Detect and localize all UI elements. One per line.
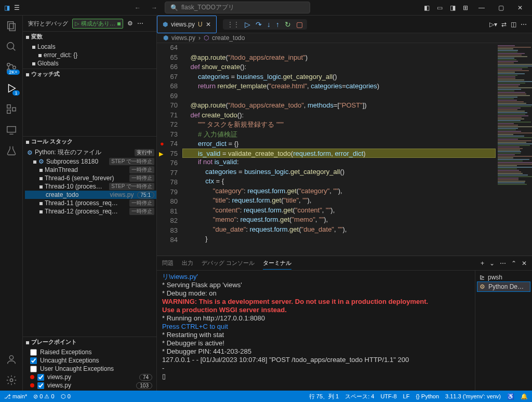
compare-icon[interactable]: ⇄ — [501, 21, 507, 28]
variables-header[interactable]: 変数 — [23, 32, 156, 42]
svg-rect-0 — [7, 22, 13, 29]
tab-output[interactable]: 出力 — [182, 257, 193, 269]
layout-sidebar-left-icon[interactable]: ◧ — [422, 3, 432, 12]
menu-icon[interactable]: ☰ — [14, 4, 20, 11]
settings-icon[interactable] — [5, 374, 18, 386]
callstack-item[interactable]: create_todoviews.py75:1 — [25, 191, 156, 199]
svg-rect-9 — [7, 110, 10, 113]
sidebar: 実行とデバッグ ▷ 構成があり… ⚙ ⋯ 変数 Locals error_dic… — [23, 16, 157, 391]
terminal-more-icon[interactable]: ⋯ — [500, 260, 506, 267]
callstack-item[interactable]: Thread-12 (process_req…一時停止 — [25, 207, 156, 216]
debug-toolbar: ⋮⋮ ▷ ↷ ↓ ↑ ↻ ▢ — [223, 19, 307, 30]
watch-header[interactable]: ウォッチ式 — [23, 69, 156, 79]
status-item[interactable]: UTF-8 — [380, 393, 396, 399]
terminal-close-icon[interactable]: ✕ — [522, 260, 527, 267]
tab-close-icon[interactable]: ✕ — [206, 21, 211, 28]
remote-icon[interactable] — [5, 124, 18, 136]
breakpoints-header[interactable]: ブレークポイント — [23, 337, 156, 347]
step-out-button[interactable]: ↑ — [276, 20, 280, 29]
layout-sidebar-right-icon[interactable]: ◨ — [448, 3, 458, 12]
debug-more-icon[interactable]: ⋯ — [137, 20, 143, 27]
variable-error-dict[interactable]: error_dict: {} — [30, 51, 156, 59]
status-item[interactable]: 🔔 — [521, 393, 528, 400]
restart-button[interactable]: ↻ — [285, 20, 291, 29]
code-editor[interactable]: 6465666768697071727374757677787980818283… — [157, 43, 532, 256]
status-item[interactable]: スペース: 4 — [345, 393, 374, 400]
minimize-button[interactable]: — — [473, 2, 490, 14]
python-file-icon: ⬢ — [163, 21, 168, 28]
callstack-header[interactable]: コール スタック — [23, 137, 156, 146]
new-terminal-icon[interactable]: + — [481, 260, 484, 267]
minimap[interactable] — [496, 43, 532, 256]
breadcrumb[interactable]: ⬢views.py › ⬡create_todo — [157, 33, 532, 43]
search-text: flask_TODOアプリ — [181, 3, 234, 12]
status-item[interactable]: 3.11.3 ('myenv': venv) — [445, 393, 501, 399]
callstack-item[interactable]: ⚙Subprocess 18180STEP で一時停止 — [25, 157, 156, 166]
testing-icon[interactable] — [5, 144, 18, 157]
terminal-maximize-icon[interactable]: ⌃ — [511, 260, 516, 267]
nav-forward-icon[interactable]: → — [148, 4, 161, 11]
step-into-button[interactable]: ↓ — [267, 20, 271, 29]
svg-rect-10 — [12, 108, 15, 111]
status-item[interactable]: LF — [403, 393, 410, 399]
statusbar: ⎇ main*⊘ 0 ⚠ 0⬡ 0 行 75、列 1スペース: 4UTF-8LF… — [0, 391, 532, 402]
bp-user-uncaught-exceptions[interactable]: User Uncaught Exceptions — [26, 365, 156, 373]
drag-handle-icon[interactable]: ⋮⋮ — [227, 21, 240, 28]
close-button[interactable]: ✕ — [512, 2, 528, 14]
run-debug-icon[interactable]: 1 — [5, 82, 18, 95]
globals-node[interactable]: Globals — [30, 59, 156, 68]
terminal-panel: 問題 出力 デバッグ コンソール ターミナル + ⌄ ⋯ ⌃ ✕ リ\views… — [157, 256, 532, 391]
more-actions-icon[interactable]: ⋯ — [521, 21, 527, 28]
sidebar-title: 実行とデバッグ — [28, 20, 68, 28]
callstack-item[interactable]: Thread-6 (serve_forever)一時停止 — [25, 174, 156, 182]
terminal-output[interactable]: リ\views.py' * Serving Flask app 'views' … — [157, 271, 475, 391]
svg-rect-8 — [7, 105, 10, 108]
terminal-dropdown-icon[interactable]: ⌄ — [489, 260, 495, 267]
status-item[interactable]: ⎇ main* — [4, 393, 27, 400]
step-over-button[interactable]: ↷ — [256, 20, 262, 29]
terminal-list: ⊵pwsh ⚙Python De… — [475, 271, 532, 391]
nav-back-icon[interactable]: ← — [131, 4, 144, 11]
titlebar: ◨ ☰ ← → 🔍 flask_TODOアプリ ◧ ▭ ◨ ⊞ — ▢ ✕ — [0, 0, 532, 16]
debug-config-dropdown[interactable]: ▷ 構成があり… — [72, 19, 123, 29]
callstack-item[interactable]: Thread-11 (process_req…一時停止 — [25, 199, 156, 207]
tab-terminal[interactable]: ターミナル — [263, 257, 291, 270]
shell-icon: ⊵ — [480, 274, 485, 281]
status-item[interactable]: 行 75、列 1 — [309, 393, 339, 400]
svg-rect-11 — [7, 127, 16, 132]
layout-panel-icon[interactable]: ▭ — [435, 3, 445, 12]
editor-tab[interactable]: ⬢ views.py U ✕ — [157, 16, 217, 33]
search-activity-icon[interactable] — [5, 41, 18, 53]
locals-node[interactable]: Locals — [30, 43, 156, 51]
bp-file-0[interactable]: views.py74 — [26, 373, 156, 381]
callstack-item[interactable]: ⚙Python: 現在のファイル実行中 — [25, 148, 156, 157]
svg-line-3 — [12, 48, 15, 51]
command-center[interactable]: 🔍 flask_TODOアプリ — [165, 2, 310, 14]
accounts-icon[interactable] — [5, 353, 18, 366]
maximize-button[interactable]: ▢ — [493, 2, 509, 14]
tab-debug-console[interactable]: デバッグ コンソール — [202, 257, 255, 269]
debug-settings-icon[interactable]: ⚙ — [127, 20, 133, 27]
stop-button[interactable]: ▢ — [296, 20, 303, 29]
bp-raised-exceptions[interactable]: Raised Exceptions — [26, 348, 156, 356]
status-item[interactable]: ♿ — [507, 393, 514, 400]
tab-problems[interactable]: 問題 — [162, 257, 174, 269]
svg-point-14 — [10, 379, 13, 382]
extensions-icon[interactable] — [5, 103, 18, 115]
bp-uncaught-exceptions[interactable]: Uncaught Exceptions — [26, 356, 156, 365]
status-item[interactable]: ⊘ 0 ⚠ 0 — [33, 393, 54, 400]
callstack-item[interactable]: MainThread一時停止 — [25, 166, 156, 174]
callstack-item[interactable]: Thread-10 (proces…STEP で一時停止 — [25, 182, 156, 191]
status-item[interactable]: {} Python — [416, 393, 439, 399]
status-item[interactable]: ⬡ 0 — [61, 393, 71, 400]
terminal-python[interactable]: ⚙Python De… — [477, 282, 530, 291]
explorer-icon[interactable] — [5, 20, 18, 32]
continue-button[interactable]: ▷ — [245, 20, 250, 29]
source-control-icon[interactable]: 2K+ — [5, 61, 18, 74]
split-editor-icon[interactable]: ◫ — [511, 21, 516, 28]
bp-file-1[interactable]: views.py103 — [26, 381, 156, 390]
variables-panel: 変数 Locals error_dict: {} Globals — [23, 31, 156, 69]
terminal-pwsh[interactable]: ⊵pwsh — [477, 273, 530, 282]
run-file-icon[interactable]: ▷▾ — [489, 21, 497, 28]
layout-custom-icon[interactable]: ⊞ — [461, 3, 470, 12]
